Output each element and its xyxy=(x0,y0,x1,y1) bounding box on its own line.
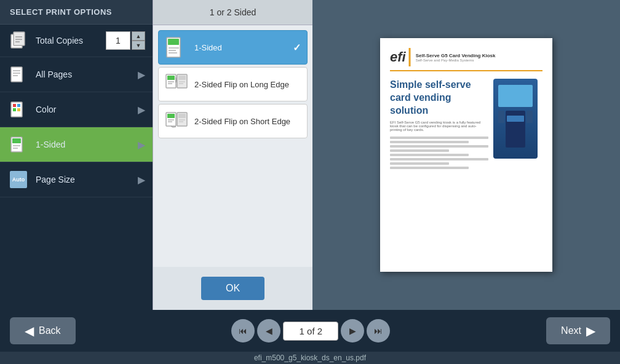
option-1sided-icon xyxy=(165,36,188,59)
preview-text-line xyxy=(390,167,469,169)
back-button[interactable]: ◀ Back xyxy=(10,317,76,344)
option-1sided-check: ✓ xyxy=(293,42,301,53)
back-label: Back xyxy=(39,325,61,336)
svg-rect-32 xyxy=(167,114,175,118)
preview-text-line xyxy=(390,136,488,139)
1sided-icon xyxy=(7,133,30,156)
sidebar-item-1sided[interactable]: 1-Sided ▶ xyxy=(0,127,153,162)
preview-page: efi Self-Serve G5 Card Vending Kiosk Sel… xyxy=(380,38,552,272)
preview-text-line xyxy=(390,145,488,148)
page-last-button[interactable]: ⏭ xyxy=(367,319,390,342)
preview-text-block xyxy=(390,136,488,169)
dropdown-panel: 1 or 2 Sided 1-Sided ✓ xyxy=(153,0,312,310)
1sided-arrow-icon: ▶ xyxy=(138,139,145,151)
svg-rect-36 xyxy=(178,114,186,118)
svg-rect-5 xyxy=(11,67,22,82)
filename-bar: efi_m500_g5_kiosk_ds_en_us.pdf xyxy=(0,352,620,364)
sidebar-header: SELECT PRINT OPTIONS xyxy=(0,0,153,25)
sidebar-item-color[interactable]: Color ▶ xyxy=(0,92,153,127)
dropdown-options: 1-Sided ✓ xyxy=(153,25,312,267)
copies-control: ▲ ▼ xyxy=(106,31,145,50)
option-2sided-long-label: 2-Sided Flip on Long Edge xyxy=(194,80,301,89)
back-arrow-icon: ◀ xyxy=(25,323,34,338)
bottom-container: ◀ Back ⏮ ◀ 1 of 2 ▶ ⏭ Next ▶ efi_m500_g5… xyxy=(0,310,620,364)
option-2sided-long-icon xyxy=(165,73,188,96)
all-pages-label: All Pages xyxy=(36,69,138,79)
next-label: Next xyxy=(561,325,581,336)
sidebar-item-all-pages[interactable]: All Pages ▶ xyxy=(0,57,153,92)
efi-header: efi Self-Serve G5 Card Vending Kiosk Sel… xyxy=(390,48,542,71)
copies-down-button[interactable]: ▼ xyxy=(132,41,145,50)
preview-subtitle: EFI Self-Serve G5 card vending kiosk is … xyxy=(390,121,488,132)
color-label: Color xyxy=(36,105,138,114)
sidebar-item-page-size[interactable]: Auto Page Size ▶ xyxy=(0,162,153,197)
page-size-label: Page Size xyxy=(36,175,138,184)
preview-title: Simple self-serve card vending solution xyxy=(390,79,488,117)
svg-rect-12 xyxy=(13,108,16,111)
dropdown-ok-area: OK xyxy=(153,267,312,310)
preview-text-line xyxy=(390,154,469,156)
all-pages-arrow-icon: ▶ xyxy=(138,69,145,81)
next-button[interactable]: Next ▶ xyxy=(546,317,610,344)
ok-button[interactable]: OK xyxy=(201,277,264,300)
option-2sided-short[interactable]: 2-Sided Flip on Short Edge xyxy=(158,104,308,138)
option-2sided-long[interactable]: 2-Sided Flip on Long Edge xyxy=(158,67,308,101)
all-pages-icon xyxy=(7,63,30,85)
filename: efi_m500_g5_kiosk_ds_en_us.pdf xyxy=(254,354,366,362)
svg-rect-24 xyxy=(167,76,175,80)
page-prev-button[interactable]: ◀ xyxy=(257,319,280,342)
total-copies-row: Total Copies ▲ ▼ xyxy=(0,25,153,57)
color-arrow-icon: ▶ xyxy=(138,104,145,116)
svg-rect-11 xyxy=(17,104,20,107)
dropdown-header: 1 or 2 Sided xyxy=(153,0,312,25)
option-2sided-short-icon xyxy=(165,109,188,133)
color-icon xyxy=(7,98,30,121)
total-copies-icon xyxy=(7,30,30,52)
option-2sided-short-label: 2-Sided Flip on Short Edge xyxy=(194,117,301,126)
copies-up-button[interactable]: ▲ xyxy=(132,31,145,41)
preview-area: efi Self-Serve G5 Card Vending Kiosk Sel… xyxy=(312,0,620,310)
svg-rect-9 xyxy=(11,102,22,117)
preview-text-line xyxy=(390,162,449,165)
next-arrow-icon: ▶ xyxy=(586,323,595,338)
sidebar: SELECT PRINT OPTIONS Total Copies ▲ ▼ xyxy=(0,0,153,310)
page-indicator: 1 of 2 xyxy=(283,322,338,341)
copies-arrows: ▲ ▼ xyxy=(132,31,145,50)
page-size-arrow-icon: ▶ xyxy=(138,174,145,186)
1sided-label: 1-Sided xyxy=(36,140,138,149)
total-copies-label: Total Copies xyxy=(36,36,106,46)
svg-rect-13 xyxy=(17,108,20,111)
page-size-icon: Auto xyxy=(7,168,30,191)
preview-text-line xyxy=(390,158,488,160)
page-first-button[interactable]: ⏮ xyxy=(231,319,255,342)
option-1sided[interactable]: 1-Sided ✓ xyxy=(158,30,308,65)
preview-text-line xyxy=(390,141,469,143)
option-1sided-label: 1-Sided xyxy=(194,43,293,52)
pagination-controls: ⏮ ◀ 1 of 2 ▶ ⏭ xyxy=(231,319,390,342)
efi-logo: efi xyxy=(390,49,406,65)
copies-input[interactable] xyxy=(106,31,130,50)
svg-rect-15 xyxy=(12,138,21,143)
preview-text-line xyxy=(390,149,449,152)
svg-rect-28 xyxy=(178,76,186,80)
page-next-button[interactable]: ▶ xyxy=(341,319,364,342)
svg-rect-1 xyxy=(14,32,25,46)
bottom-bar: ◀ Back ⏮ ◀ 1 of 2 ▶ ⏭ Next ▶ xyxy=(0,310,620,352)
svg-rect-10 xyxy=(13,104,16,107)
svg-rect-19 xyxy=(168,39,179,45)
